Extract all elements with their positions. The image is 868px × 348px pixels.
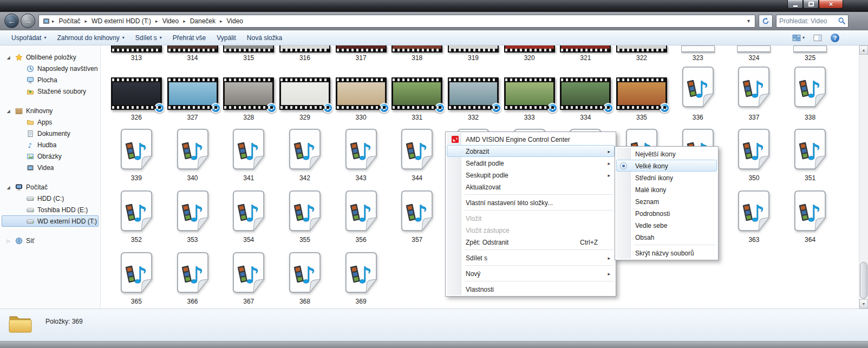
scroll-down-button[interactable]: ▼ [859,299,868,308]
sidebar-item-toshiba-hdd-e[interactable]: Toshiba HDD (E:) [2,204,99,215]
toolbar-button-sd-let-s[interactable]: Sdílet s▾ [130,32,167,44]
file-item-343[interactable]: ♪343 [333,123,389,185]
file-item-314[interactable]: 314 [165,45,221,62]
sidebar-item-hudba[interactable]: ♪Hudba [2,139,99,150]
search-input[interactable] [779,17,837,25]
file-item-350[interactable]: ♪350 [726,123,782,185]
file-item-319[interactable]: 319 [445,45,501,62]
breadcrumb-separator-icon[interactable]: ▸ [155,18,159,24]
file-item-368[interactable]: ♪368 [277,247,333,308]
breadcrumb-separator-icon[interactable]: ▸ [51,18,55,24]
file-item-327[interactable]: 327 [165,62,221,123]
menu-item-aktualizovat[interactable]: Aktualizovat [447,181,615,193]
forward-button[interactable]: → [21,14,35,28]
file-item-342[interactable]: ♪342 [277,123,333,185]
breadcrumb-item-po-ta[interactable]: Počítač [55,16,84,26]
address-dropdown-chevron-icon[interactable]: ▾ [745,18,753,24]
menu-item-st-edn-ikony[interactable]: Střední ikony [616,172,717,183]
file-item-333[interactable]: 333 [501,62,558,123]
toolbar-button-p-ehr-t-v-e[interactable]: Přehrát vše [168,32,211,44]
breadcrumb-item-wd-extern-hdd-t[interactable]: WD externí HDD (T:) [88,16,155,26]
file-item-329[interactable]: 329 [277,62,333,123]
sidebar-item-naposledy-nav-t-ven[interactable]: Naposledy navštívené [2,63,99,74]
file-item-316[interactable]: 316 [277,45,333,62]
menu-item-amd-vision-engine-control-center[interactable]: AMD VISION Engine Control Center [447,133,615,145]
menu-item-velk-ikony[interactable]: Velké ikony [616,160,717,172]
menu-item-seznam[interactable]: Seznam [616,195,717,207]
expander-icon[interactable]: ◢ [5,185,11,190]
restore-button[interactable] [803,0,819,9]
help-button[interactable]: ? [828,32,842,44]
file-item-322[interactable]: 322 [614,45,670,62]
file-item-341[interactable]: ♪341 [220,123,277,185]
sidebar-item-videa[interactable]: Videa [2,162,99,173]
file-item-335[interactable]: 335 [614,62,670,123]
file-item-332[interactable]: 332 [445,62,501,123]
file-item-337[interactable]: ♪337 [726,62,782,123]
menu-item-skr-t-n-zvy-soubor[interactable]: Skrýt názvy souborů [616,247,717,259]
sidebar-item-plocha[interactable]: Plocha [2,74,99,86]
file-item-354[interactable]: ♪354 [220,185,277,247]
file-item-321[interactable]: 321 [558,45,614,62]
toolbar-button-zahrnout-do-knihovny[interactable]: Zahrnout do knihovny▾ [52,32,129,44]
file-item-325[interactable]: 325 [782,45,838,62]
menu-item-nov[interactable]: Nový▸ [447,267,615,279]
menu-item-vedle-sebe[interactable]: Vedle sebe [616,219,717,231]
file-item-355[interactable]: ♪355 [277,185,333,247]
breadcrumb-separator-icon[interactable]: ▸ [219,18,223,24]
sidebar-section-s[interactable]: ▷Síť [0,235,100,246]
file-item-367[interactable]: ♪367 [220,247,277,308]
file-item-330[interactable]: 330 [333,62,389,123]
menu-item-podrobnosti[interactable]: Podrobnosti [616,207,717,219]
file-item-324[interactable]: 324 [726,45,782,62]
minimize-button[interactable] [787,0,803,9]
file-item-369[interactable]: ♪369 [333,247,389,308]
file-item-340[interactable]: ♪340 [165,123,221,185]
expander-icon[interactable]: ▷ [5,239,11,244]
file-item-331[interactable]: 331 [389,62,445,123]
expander-icon[interactable]: ◢ [5,109,11,114]
refresh-button[interactable] [759,15,773,28]
file-item-344[interactable]: ♪344 [389,123,445,185]
menu-item-obsah[interactable]: Obsah [616,231,717,243]
sidebar-item-wd-extern-hdd-t[interactable]: WD externí HDD (T:) [2,215,99,227]
menu-item-se-adit-podle[interactable]: Seřadit podle▸ [447,157,615,169]
file-item-328[interactable]: 328 [220,62,277,123]
menu-item-vlastn-nastaven-t-to-slo-ky[interactable]: Vlastní nastavení této složky... [447,196,615,208]
sidebar-section-po-ta[interactable]: ◢Počítač [0,182,100,193]
sidebar-item-hdd-c[interactable]: HDD (C:) [2,193,99,204]
back-button[interactable]: ← [4,14,19,28]
sidebar-section-obl-ben-polo-ky[interactable]: ◢Oblíbené položky [0,52,100,63]
file-item-334[interactable]: 334 [558,62,614,123]
close-button[interactable]: × [819,0,843,9]
file-item-323[interactable]: 323 [670,45,726,62]
file-item-351[interactable]: ♪351 [782,123,838,185]
file-item-365[interactable]: ♪365 [108,247,165,308]
breadcrumb-item-video[interactable]: Video [223,16,247,26]
menu-item-nejv-t-ikony[interactable]: Největší ikony [616,148,717,160]
change-view-button[interactable]: ▾ [789,32,807,43]
preview-pane-button[interactable] [811,32,825,43]
menu-item-zp-t-odstranit[interactable]: Zpět: OdstranitCtrl+Z [447,236,615,248]
sidebar-item-sta-en-soubory[interactable]: Stažené soubory [2,86,99,97]
file-item-364[interactable]: ♪364 [782,185,838,247]
menu-item-seskupit-podle[interactable]: Seskupit podle▸ [447,169,615,181]
sidebar-item-apps[interactable]: Apps [2,116,99,128]
search-box[interactable] [776,15,849,28]
expander-icon[interactable]: ◢ [5,55,11,60]
scroll-up-button[interactable]: ▲ [859,45,868,55]
breadcrumb-item-video[interactable]: Video [159,16,182,26]
breadcrumb-separator-icon[interactable]: ▸ [182,18,186,24]
sidebar-section-knihovny[interactable]: ◢Knihovny [0,106,100,116]
vertical-scrollbar[interactable]: ▲ ▼ [859,45,868,308]
menu-item-vlastnosti[interactable]: Vlastnosti [447,283,615,295]
file-item-357[interactable]: ♪357 [389,185,445,247]
file-item-339[interactable]: ♪339 [108,123,165,185]
toolbar-button-vyp-lit[interactable]: Vypálit [212,32,241,44]
file-item-317[interactable]: 317 [333,45,389,62]
toolbar-button-uspo-dat[interactable]: Uspořádat▾ [6,32,51,44]
file-item-315[interactable]: 315 [220,45,277,62]
sidebar-item-dokumenty[interactable]: Dokumenty [2,128,99,139]
file-item-326[interactable]: 326 [108,62,165,123]
menu-item-zobrazit[interactable]: Zobrazit▸ [447,145,615,157]
